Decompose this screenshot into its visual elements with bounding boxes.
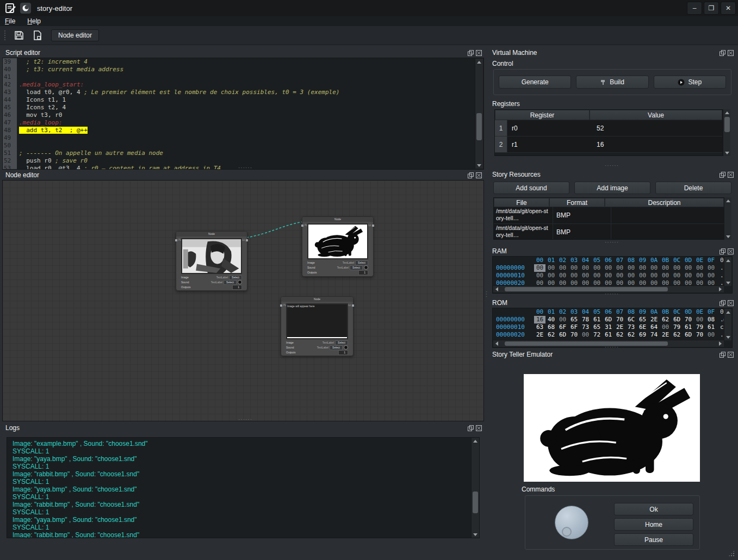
float-panel-icon[interactable] bbox=[468, 172, 474, 178]
maximize-button[interactable]: ❐ bbox=[704, 2, 719, 15]
splitter-vm-resources[interactable]: ······ bbox=[605, 164, 619, 167]
sound-select-button[interactable]: Select bbox=[350, 265, 363, 270]
port-out-handle[interactable] bbox=[372, 225, 374, 227]
splitter-script-node[interactable]: ······ bbox=[238, 166, 252, 170]
sound-select-button[interactable]: Select bbox=[224, 280, 237, 285]
hex-row[interactable]: 0000001000000000000000000000000000000000… bbox=[493, 272, 732, 279]
toolbar-drag-handle[interactable] bbox=[3, 29, 8, 41]
rom-hex-view[interactable]: 000102030405060708090A0B0C0D0E0F01200000… bbox=[492, 308, 733, 348]
media-node[interactable]: NodePort InPort OutImageTextLabelSelectS… bbox=[176, 231, 247, 291]
port-in-handle[interactable] bbox=[301, 225, 303, 227]
resource-row[interactable]: /mnt/data/git/open-story-tell…BMP bbox=[494, 224, 724, 240]
port-out-handle[interactable] bbox=[352, 304, 354, 307]
delete-button[interactable]: Delete bbox=[655, 182, 731, 194]
hex-row[interactable]: 0000000000000000000000000000000000000000… bbox=[493, 264, 732, 272]
sound-select-button[interactable]: Select bbox=[330, 345, 343, 350]
close-panel-icon[interactable] bbox=[728, 248, 734, 254]
float-panel-icon[interactable] bbox=[720, 50, 725, 56]
logs-scrollbar[interactable] bbox=[471, 438, 479, 538]
close-panel-icon[interactable] bbox=[728, 300, 734, 306]
hex-vscrollbar[interactable] bbox=[724, 309, 731, 340]
register-row[interactable]: 2r116 bbox=[495, 136, 722, 153]
code-line[interactable]: 51; ------- On appelle un autre media no… bbox=[3, 150, 483, 157]
outputs-spinner[interactable]: 1 bbox=[358, 270, 368, 275]
resources-header[interactable]: Story Resources bbox=[489, 170, 736, 179]
sound-play-button[interactable] bbox=[344, 345, 348, 350]
splitter-resources-ram[interactable]: ······ bbox=[605, 241, 619, 244]
code-line[interactable]: 42.media_loop_start: bbox=[3, 81, 483, 89]
code-line[interactable]: 40 ; t3: current media address bbox=[3, 66, 483, 73]
menu-help[interactable]: Help bbox=[22, 17, 46, 26]
code-line[interactable]: 43 load t0, @r0, 4 ; Le premier élément … bbox=[3, 89, 483, 96]
splitter-columns[interactable]: ··· bbox=[485, 291, 488, 298]
rotary-knob[interactable] bbox=[555, 506, 588, 539]
registers-col-value[interactable]: Value bbox=[590, 110, 722, 120]
registers-col-register[interactable]: Register bbox=[495, 110, 590, 120]
node-editor-header[interactable]: Node editor bbox=[2, 170, 484, 180]
script-code-editor[interactable]: 39 ; t2: increment 440 ; t3: current med… bbox=[2, 58, 484, 170]
script-editor-scrollbar[interactable] bbox=[475, 59, 483, 169]
resources-col-format[interactable]: Format bbox=[549, 198, 605, 207]
register-row[interactable]: 1r052 bbox=[495, 120, 722, 136]
save-icon[interactable] bbox=[12, 28, 26, 42]
code-line[interactable]: 45 Icons t2, 4 bbox=[3, 104, 483, 111]
minimize-button[interactable]: – bbox=[687, 2, 702, 15]
image-select-button[interactable]: Select bbox=[335, 340, 348, 345]
pause-button[interactable]: Pause bbox=[614, 533, 693, 546]
media-node[interactable]: NodePort InPort OutImage will appear her… bbox=[281, 296, 354, 356]
close-panel-icon[interactable] bbox=[476, 50, 482, 56]
float-panel-icon[interactable] bbox=[720, 248, 725, 254]
outputs-spinner[interactable]: 1 bbox=[232, 285, 242, 290]
code-line[interactable]: 48 add t3, t2 ; @++ bbox=[3, 127, 483, 134]
home-button[interactable]: Home bbox=[614, 518, 693, 531]
close-panel-icon[interactable] bbox=[728, 50, 734, 56]
hex-row[interactable]: 000000001640006578616D706C652E626D700008… bbox=[493, 316, 732, 323]
resources-table[interactable]: File Format Description /mnt/data/git/op… bbox=[493, 197, 724, 240]
build-button[interactable]: Build bbox=[576, 76, 648, 89]
node-canvas[interactable]: NodePort InPort OutImageTextLabelSelectS… bbox=[2, 180, 484, 421]
code-line[interactable]: 52 push r0 ; save r0 bbox=[3, 157, 483, 165]
splitter-rom-emulator[interactable]: ······ bbox=[605, 346, 619, 349]
float-panel-icon[interactable] bbox=[720, 300, 725, 306]
node-editor-toolbar-button[interactable]: Node editor bbox=[51, 29, 99, 41]
node-title[interactable]: Node bbox=[302, 217, 373, 222]
close-panel-icon[interactable] bbox=[728, 172, 734, 178]
close-panel-icon[interactable] bbox=[728, 352, 734, 358]
vm-header[interactable]: Virtual Machine bbox=[489, 48, 736, 58]
hex-row[interactable]: 000000202E626D70007261626269742E626D7000… bbox=[493, 331, 732, 339]
ram-header[interactable]: RAM bbox=[489, 246, 736, 256]
float-panel-icon[interactable] bbox=[720, 352, 725, 358]
log-output[interactable]: Image: "example.bmp" , Sound: "choose1.s… bbox=[7, 437, 480, 538]
generate-button[interactable]: Generate bbox=[499, 76, 571, 89]
code-line[interactable]: 44 Icons t1, 1 bbox=[3, 96, 483, 104]
float-panel-icon[interactable] bbox=[720, 172, 725, 178]
port-out-handle[interactable] bbox=[246, 239, 248, 241]
ok-button[interactable]: Ok bbox=[614, 503, 693, 515]
ram-hex-view[interactable]: 000102030405060708090A0B0C0D0E0F01200000… bbox=[492, 256, 733, 294]
titlebar[interactable]: story-editor – ❐ ✕ bbox=[0, 0, 738, 16]
sound-play-button[interactable] bbox=[364, 265, 368, 270]
code-line[interactable]: 49 bbox=[3, 134, 483, 142]
media-node[interactable]: NodePort InPort OutImageTextLabelSelectS… bbox=[302, 216, 374, 277]
close-panel-icon[interactable] bbox=[476, 425, 482, 431]
port-in-handle[interactable] bbox=[280, 304, 282, 307]
image-select-button[interactable]: Select bbox=[229, 275, 242, 280]
close-panel-icon[interactable] bbox=[476, 172, 482, 178]
resources-col-description[interactable]: Description bbox=[605, 198, 724, 207]
outputs-spinner[interactable]: 1 bbox=[338, 350, 348, 355]
code-line[interactable]: 50 bbox=[3, 142, 483, 150]
code-line[interactable]: 39 ; t2: increment 4 bbox=[3, 58, 483, 66]
resources-scrollbar[interactable] bbox=[724, 197, 731, 240]
logs-header[interactable]: Logs bbox=[2, 423, 484, 433]
float-panel-icon[interactable] bbox=[468, 425, 474, 431]
script-editor-header[interactable]: Script editor bbox=[2, 48, 484, 58]
add-image-button[interactable]: Add image bbox=[574, 182, 650, 194]
float-panel-icon[interactable] bbox=[468, 50, 474, 56]
port-in-handle[interactable] bbox=[175, 239, 177, 241]
sound-play-button[interactable] bbox=[238, 280, 242, 284]
splitter-node-logs[interactable]: ······ bbox=[238, 418, 252, 421]
hex-row[interactable]: 0000001063686F6F7365312E736E640079617961… bbox=[493, 323, 732, 331]
code-line[interactable]: 41 bbox=[3, 73, 483, 81]
code-line[interactable]: 47.media_loop: bbox=[3, 119, 483, 127]
close-button[interactable]: ✕ bbox=[721, 2, 736, 15]
